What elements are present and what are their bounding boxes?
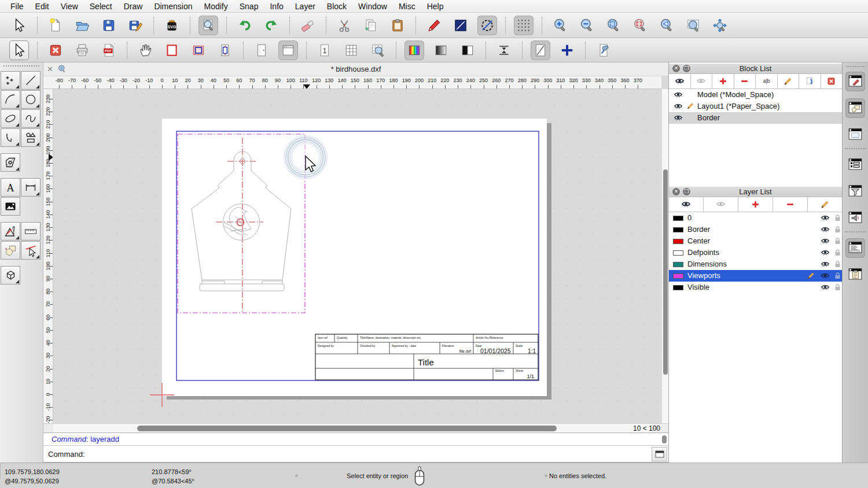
cut-button[interactable] (334, 16, 354, 35)
layer-item-dimensions[interactable]: Dimensions (669, 258, 842, 270)
vprect-button[interactable] (189, 40, 208, 60)
layer-item-defpoints[interactable]: Defpoints (669, 247, 842, 258)
visibility-eye-icon[interactable] (821, 271, 830, 282)
zoompan-button[interactable] (710, 16, 730, 35)
tool-points[interactable] (1, 71, 20, 90)
print-button[interactable] (72, 40, 92, 60)
undo-button[interactable] (235, 16, 255, 35)
zoomauto-button[interactable] (604, 16, 623, 35)
canvas-h-scrollbar[interactable] (53, 424, 652, 433)
block-toolbar-pencil[interactable] (778, 74, 800, 88)
hand-button[interactable] (135, 40, 155, 60)
dock-toggle-win-blank[interactable] (845, 125, 865, 145)
layer-item-border[interactable]: Border (669, 224, 842, 235)
visibility-eye-icon[interactable] (821, 236, 830, 247)
windowlt-button[interactable] (278, 40, 298, 60)
draft-button[interactable] (531, 40, 550, 60)
svgexp-button[interactable]: SVG (162, 16, 182, 35)
tool-blocks[interactable] (1, 241, 20, 260)
block-toolbar-insertblock[interactable] (799, 74, 821, 88)
block-toolbar-eyegray[interactable] (691, 74, 713, 88)
panel-button[interactable] (252, 40, 271, 60)
lock-icon[interactable] (833, 260, 842, 271)
visibility-eye-icon[interactable] (821, 260, 830, 271)
visibility-eye-icon[interactable] (674, 102, 683, 113)
zoomprev-button[interactable] (630, 16, 650, 35)
one-button[interactable]: 1 (315, 40, 334, 60)
layer-color-swatch[interactable] (673, 273, 683, 279)
block-item-model[interactable]: Model (*Model_Space) (669, 89, 842, 101)
tool-hatch[interactable] (1, 153, 20, 172)
layer-toolbar-eye[interactable] (669, 197, 704, 212)
h-scroll-thumb[interactable] (137, 426, 557, 431)
menu-edit[interactable]: Edit (30, 0, 55, 13)
layer-item-visible[interactable]: Visible (669, 282, 842, 293)
new-button[interactable] (46, 16, 65, 35)
circleblue-button[interactable] (477, 16, 497, 35)
closex-button[interactable] (46, 40, 65, 60)
dock-toggle-win-shapes[interactable] (845, 98, 865, 118)
menu-file[interactable]: File (5, 0, 30, 13)
dock-toggle-win-funnel[interactable] (845, 182, 865, 201)
menu-layer[interactable]: Layer (289, 0, 321, 13)
block-toolbar-redxbox[interactable] (821, 74, 843, 88)
navyline-button[interactable] (451, 16, 470, 35)
bw-button[interactable] (458, 40, 477, 60)
fitrect-button[interactable] (215, 40, 235, 60)
tool-circle[interactable] (21, 90, 41, 109)
eraser-button[interactable] (298, 16, 318, 35)
block-toolbar-minusred[interactable] (734, 74, 756, 88)
tool-line[interactable] (21, 71, 41, 90)
lock-icon[interactable] (833, 225, 842, 236)
menu-draw[interactable]: Draw (118, 0, 149, 13)
tool-shapes[interactable] (21, 128, 41, 147)
paste-button[interactable] (388, 16, 407, 35)
history-scroll-thumb[interactable] (662, 435, 667, 443)
menu-info[interactable]: Info (264, 0, 289, 13)
tool-image[interactable] (1, 197, 20, 216)
menu-misc[interactable]: Misc (393, 0, 421, 13)
tool-ruler[interactable] (21, 222, 41, 241)
menu-help[interactable]: Help (421, 0, 450, 13)
save-button[interactable] (99, 16, 119, 35)
menu-block[interactable]: Block (321, 0, 352, 13)
saveas-button[interactable] (126, 16, 145, 35)
wrench-button[interactable] (594, 40, 613, 60)
tool-dim[interactable] (21, 178, 41, 197)
dock-toggle-win-command[interactable] (845, 238, 865, 258)
layer-color-swatch[interactable] (673, 285, 683, 290)
block-toolbar-eye[interactable] (669, 74, 691, 88)
zoomgrid-button[interactable] (368, 40, 388, 60)
layer-toolbar-plusred[interactable] (738, 197, 773, 212)
lock-icon[interactable] (833, 213, 842, 224)
edit-pencil-icon[interactable] (807, 271, 815, 282)
griddots-button[interactable] (514, 16, 534, 35)
menu-window[interactable]: Window (352, 0, 393, 13)
visibility-eye-icon[interactable] (674, 90, 683, 101)
block-item-border[interactable]: Border (669, 112, 842, 124)
open-button[interactable] (72, 16, 92, 35)
visibility-eye-icon[interactable] (821, 225, 830, 236)
layer-item-center[interactable]: Center (669, 235, 842, 247)
visibility-eye-icon[interactable] (821, 248, 830, 259)
lock-icon[interactable] (833, 283, 842, 294)
layer-color-swatch[interactable] (673, 216, 683, 221)
visibility-eye-icon[interactable] (674, 113, 683, 124)
bluecross-button[interactable] (557, 40, 577, 60)
dock-toggle-win-clipboard[interactable] (845, 265, 865, 284)
zoomin-button[interactable] (550, 16, 570, 35)
layer-color-swatch[interactable] (673, 250, 683, 256)
layer-color-swatch[interactable] (673, 262, 683, 267)
collapse-button[interactable] (494, 40, 514, 60)
menu-snap[interactable]: Snap (234, 0, 264, 13)
cursor-button[interactable] (9, 40, 29, 60)
penred-button[interactable] (424, 16, 444, 35)
palette-drag-handle[interactable] (3, 65, 39, 69)
lock-icon[interactable] (833, 248, 842, 259)
printpreview-button[interactable] (198, 16, 218, 35)
layer-item-0[interactable]: 0 (669, 212, 842, 224)
layer-color-swatch[interactable] (673, 227, 683, 232)
zoomback-button[interactable] (657, 16, 676, 35)
rainbow-button[interactable] (404, 40, 424, 60)
menu-view[interactable]: View (55, 0, 84, 13)
